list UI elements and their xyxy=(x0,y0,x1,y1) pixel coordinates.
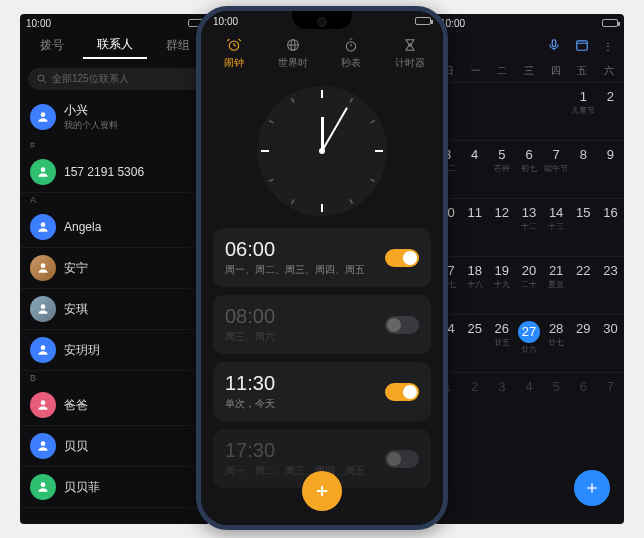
calendar-day[interactable]: 7端午节 xyxy=(543,141,570,198)
calendar-day[interactable]: 15 xyxy=(570,199,597,256)
calendar-day[interactable]: 19十九 xyxy=(488,257,515,314)
my-profile[interactable]: 小兴 我的个人资料 xyxy=(20,96,210,138)
contact-row[interactable]: Angela xyxy=(20,207,210,248)
day-of-week: 三 xyxy=(516,64,543,78)
calendar-day[interactable]: 20二十 xyxy=(515,257,542,314)
alarm-toggle[interactable] xyxy=(385,316,419,334)
day-sub: 端午节 xyxy=(543,163,570,174)
clock-tab-alarm[interactable]: 闹钟 xyxy=(205,37,264,70)
day-sub: 十八 xyxy=(461,279,488,290)
profile-sub: 我的个人资料 xyxy=(64,119,118,132)
calendar-day[interactable]: 22 xyxy=(570,257,597,314)
contact-row[interactable]: 爸爸 xyxy=(20,385,210,426)
clock-phone: 10:00 闹钟世界时秒表计时器 06:00周一、周二、周三、周四、周五08:0… xyxy=(196,6,448,530)
avatar xyxy=(30,474,56,500)
day-number: 2 xyxy=(471,379,478,394)
contacts-screen: 10:00 拨号联系人群组 全部125位联系人 小兴 我的个人资料 #157 2… xyxy=(20,14,210,524)
calendar-screen: 10:00 ⋮ 日一二三四五六 1儿童节23初二45芒种6初七7端午节89101… xyxy=(434,14,624,524)
day-number: 27 xyxy=(518,321,540,343)
day-number: 26 xyxy=(495,321,509,336)
more-icon[interactable]: ⋮ xyxy=(603,41,614,52)
clock-tab-globe[interactable]: 世界时 xyxy=(264,37,323,70)
today-icon[interactable] xyxy=(575,38,589,54)
calendar-day[interactable]: 25 xyxy=(461,315,488,372)
plus-icon xyxy=(313,482,331,500)
day-number: 1 xyxy=(580,89,587,104)
tab-label: 闹钟 xyxy=(224,57,244,68)
calendar-day[interactable]: 18十八 xyxy=(461,257,488,314)
avatar xyxy=(30,337,56,363)
search-placeholder: 全部125位联系人 xyxy=(52,72,129,86)
calendar-day[interactable]: 16 xyxy=(597,199,624,256)
day-number: 16 xyxy=(603,205,617,220)
svg-line-1 xyxy=(44,81,47,84)
alarm-row[interactable]: 11:30单次，今天 xyxy=(213,362,431,421)
calendar-day[interactable]: 4 xyxy=(461,141,488,198)
calendar-day[interactable]: 11 xyxy=(461,199,488,256)
calendar-day[interactable]: 2 xyxy=(597,83,624,140)
calendar-day[interactable]: 9 xyxy=(597,141,624,198)
add-alarm-button[interactable] xyxy=(302,471,342,511)
day-number: 9 xyxy=(607,147,614,162)
calendar-week: 1234567 xyxy=(434,372,624,430)
calendar-day[interactable]: 21夏至 xyxy=(543,257,570,314)
calendar-day[interactable]: 14十三 xyxy=(543,199,570,256)
calendar-day[interactable]: 6 xyxy=(570,373,597,430)
contact-row[interactable]: 安玥玥 xyxy=(20,330,210,371)
calendar-day[interactable]: 23 xyxy=(597,257,624,314)
calendar-day[interactable]: 6初七 xyxy=(515,141,542,198)
status-bar: 10:00 xyxy=(20,14,210,32)
calendar-day[interactable]: 1儿童节 xyxy=(570,83,597,140)
day-number: 19 xyxy=(495,263,509,278)
calendar-day[interactable]: 4 xyxy=(515,373,542,430)
calendar-day[interactable]: 12 xyxy=(488,199,515,256)
contact-row[interactable]: 安宁 xyxy=(20,248,210,289)
calendar-day[interactable]: 30 xyxy=(597,315,624,372)
calendar-week: 3初二45芒种6初七7端午节89 xyxy=(434,140,624,198)
day-sub: 儿童节 xyxy=(570,105,597,116)
calendar-day[interactable]: 28廿七 xyxy=(543,315,570,372)
calendar-day[interactable]: 8 xyxy=(570,141,597,198)
contact-row[interactable]: 安琪 xyxy=(20,289,210,330)
clock-tab-stopwatch[interactable]: 秒表 xyxy=(322,37,381,70)
mic-icon[interactable] xyxy=(547,38,561,54)
calendar-day[interactable]: 2 xyxy=(461,373,488,430)
clock-tab-timer[interactable]: 计时器 xyxy=(381,37,440,70)
alarm-row[interactable]: 06:00周一、周二、周三、周四、周五 xyxy=(213,228,431,287)
calendar-day[interactable]: 5芒种 xyxy=(488,141,515,198)
svg-line-19 xyxy=(228,39,230,41)
day-sub: 十三 xyxy=(543,221,570,232)
calendar-day[interactable]: 27廿六 xyxy=(515,315,542,372)
contacts-tab[interactable]: 联系人 xyxy=(83,36,146,59)
contact-row[interactable]: 贝贝 xyxy=(20,426,210,467)
day-number: 7 xyxy=(553,147,560,162)
calendar-day[interactable]: 26廿五 xyxy=(488,315,515,372)
alarm-days: 周一、周二、周三、周四、周五 xyxy=(225,464,385,478)
svg-point-8 xyxy=(41,400,46,405)
alarm-toggle[interactable] xyxy=(385,249,419,267)
calendar-day[interactable]: 13十二 xyxy=(515,199,542,256)
day-number: 20 xyxy=(522,263,536,278)
day-number: 14 xyxy=(549,205,563,220)
alarm-days: 周三、周六 xyxy=(225,330,385,344)
day-sub: 十九 xyxy=(488,279,515,290)
section-header: # xyxy=(20,138,210,152)
tab-label: 计时器 xyxy=(395,57,425,68)
alarm-toggle[interactable] xyxy=(385,383,419,401)
calendar-day[interactable]: 29 xyxy=(570,315,597,372)
search-input[interactable]: 全部125位联系人 xyxy=(28,68,202,90)
calendar-week: 1儿童节2 xyxy=(434,82,624,140)
add-event-button[interactable] xyxy=(574,470,610,506)
contact-row[interactable]: 贝贝菲 xyxy=(20,467,210,508)
day-of-week: 二 xyxy=(489,64,516,78)
calendar-day[interactable]: 7 xyxy=(597,373,624,430)
svg-rect-11 xyxy=(552,40,556,47)
calendar-day[interactable]: 3 xyxy=(488,373,515,430)
contact-row[interactable]: 157 2191 5306 xyxy=(20,152,210,193)
alarm-time: 11:30 xyxy=(225,372,385,395)
alarm-toggle[interactable] xyxy=(385,450,419,468)
calendar-day[interactable]: 5 xyxy=(543,373,570,430)
alarm-row[interactable]: 08:00周三、周六 xyxy=(213,295,431,354)
contacts-tab[interactable]: 拨号 xyxy=(20,37,83,58)
svg-point-10 xyxy=(41,482,46,487)
